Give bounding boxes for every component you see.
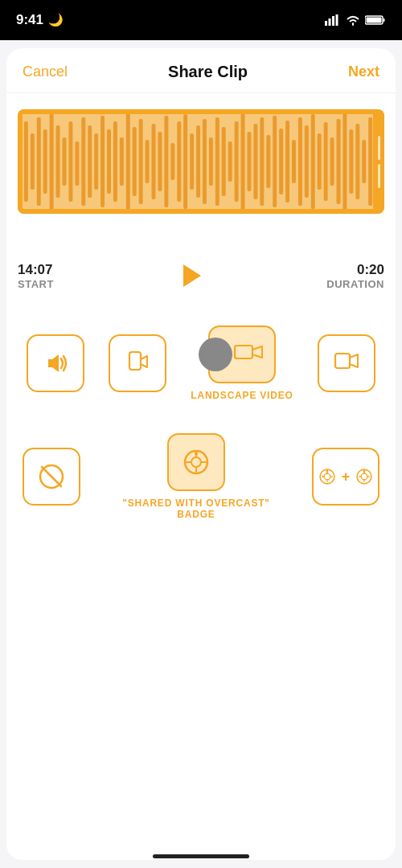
format-selector: LANDSCAPE VIDEO	[6, 326, 396, 401]
svg-point-77	[363, 470, 366, 473]
waveform-svg	[18, 109, 384, 214]
format-portrait-option[interactable]	[109, 334, 166, 392]
section-gap-1	[6, 293, 396, 326]
badge-none-option[interactable]	[23, 448, 80, 506]
badge-overcast-option[interactable]: "SHARED WITH OVERCAST" BADGE	[105, 433, 288, 520]
svg-rect-21	[107, 129, 111, 194]
svg-rect-8	[24, 121, 28, 202]
next-button[interactable]: Next	[348, 63, 379, 80]
waveform-bottom-edge	[18, 209, 373, 214]
svg-rect-47	[273, 116, 277, 207]
format-landscape-icon-box[interactable]	[208, 326, 276, 383]
status-bar: 9:41 🌙	[0, 0, 402, 40]
svg-rect-35	[196, 125, 200, 198]
square-video-icon	[332, 349, 361, 378]
badge-overcast-icon-box[interactable]	[167, 433, 225, 491]
plus-symbol: +	[342, 465, 351, 488]
waveform-container[interactable]	[18, 109, 384, 250]
start-label: START	[18, 278, 54, 290]
svg-rect-30	[164, 116, 168, 207]
svg-rect-17	[81, 117, 85, 206]
toggle-pill	[199, 338, 232, 371]
svg-rect-16	[75, 141, 79, 186]
speaker-icon	[40, 348, 71, 379]
svg-rect-61	[362, 140, 366, 183]
svg-rect-10	[37, 117, 41, 206]
svg-rect-9	[31, 133, 35, 190]
svg-rect-65	[235, 346, 252, 358]
play-button[interactable]	[173, 258, 208, 293]
svg-rect-46	[266, 135, 270, 188]
svg-rect-32	[177, 121, 181, 202]
svg-rect-34	[190, 133, 194, 190]
svg-rect-43	[247, 132, 251, 191]
cancel-button[interactable]: Cancel	[23, 63, 68, 80]
format-audio-option[interactable]	[27, 334, 84, 392]
playback-row: 14:07 START 0:20 DURATION	[18, 258, 384, 293]
battery-icon	[365, 14, 386, 26]
signal-icon	[325, 14, 341, 26]
svg-rect-26	[139, 119, 143, 204]
status-icons	[325, 14, 386, 26]
svg-rect-64	[129, 352, 141, 370]
status-time-area: 9:41 🌙	[16, 12, 64, 28]
page-title: Share Clip	[168, 63, 248, 81]
wifi-icon	[346, 14, 360, 26]
format-landscape-option[interactable]: LANDSCAPE VIDEO	[191, 326, 293, 401]
badge-overcast-plus-option[interactable]: +	[312, 448, 379, 506]
svg-rect-23	[120, 137, 124, 186]
svg-rect-51	[298, 117, 302, 206]
play-triangle-icon	[183, 264, 201, 287]
format-audio-icon-box[interactable]	[27, 334, 84, 392]
svg-rect-52	[305, 125, 309, 198]
svg-rect-12	[50, 113, 54, 210]
svg-rect-5	[384, 18, 385, 22]
svg-rect-54	[318, 133, 322, 190]
svg-rect-14	[63, 137, 67, 186]
svg-rect-58	[343, 113, 347, 211]
badge-none-icon-box[interactable]	[23, 448, 80, 506]
format-square-option[interactable]	[318, 334, 375, 392]
svg-rect-28	[152, 124, 156, 199]
start-time: 14:07	[18, 262, 52, 278]
svg-rect-18	[88, 125, 92, 198]
svg-line-68	[42, 467, 61, 486]
svg-rect-25	[133, 127, 137, 196]
svg-rect-20	[100, 116, 105, 207]
svg-point-76	[361, 473, 367, 480]
svg-point-74	[326, 470, 328, 473]
svg-rect-41	[235, 121, 239, 202]
svg-rect-15	[68, 121, 72, 202]
waveform-handle[interactable]	[373, 109, 384, 214]
waveform-bg[interactable]	[18, 109, 384, 214]
svg-rect-42	[241, 113, 245, 210]
badge-selector: "SHARED WITH OVERCAST" BADGE +	[6, 433, 396, 520]
svg-rect-56	[330, 137, 334, 186]
svg-rect-40	[228, 141, 232, 182]
landscape-video-icon	[233, 342, 265, 366]
svg-rect-11	[43, 129, 47, 194]
overcast-badge-icon	[178, 444, 214, 480]
svg-rect-39	[222, 127, 226, 196]
svg-rect-19	[94, 133, 98, 190]
svg-rect-0	[325, 21, 327, 26]
svg-rect-3	[336, 14, 338, 26]
svg-point-73	[324, 473, 330, 480]
section-gap-2	[6, 401, 396, 433]
format-portrait-icon-box[interactable]	[109, 334, 166, 392]
svg-rect-44	[253, 124, 257, 199]
svg-rect-49	[285, 121, 289, 203]
svg-rect-22	[113, 121, 117, 202]
main-card: Cancel Share Clip Next	[6, 48, 396, 860]
svg-rect-55	[324, 122, 328, 201]
svg-rect-13	[56, 125, 60, 198]
portrait-video-icon	[123, 349, 152, 378]
badge-label: "SHARED WITH OVERCAST" BADGE	[105, 497, 288, 520]
format-square-icon-box[interactable]	[318, 334, 375, 392]
status-time: 9:41	[16, 12, 43, 28]
no-badge-icon	[34, 459, 69, 494]
svg-point-70	[191, 457, 201, 467]
badge-overcast-plus-icon-box[interactable]: +	[312, 448, 379, 506]
svg-rect-60	[355, 124, 359, 199]
svg-rect-59	[349, 129, 353, 194]
